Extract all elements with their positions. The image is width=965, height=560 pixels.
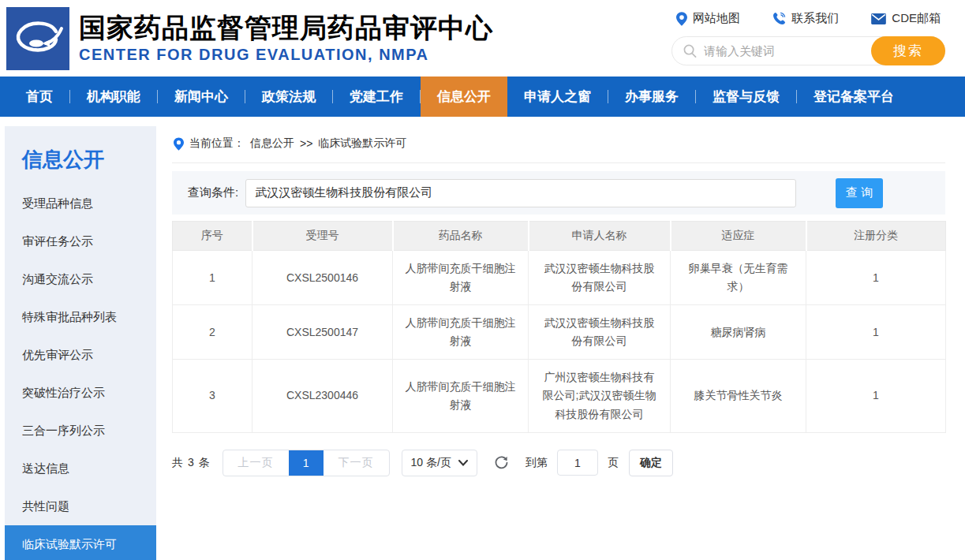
sitemap-label: 网站地图 <box>693 11 740 26</box>
table-row: 1 CXSL2500146 人脐带间充质干细胞注射液 武汉汉密顿生物科技股份有限… <box>173 251 946 305</box>
sidebar-item-clinical-trial-implied-license[interactable]: 临床试验默示许可 <box>5 525 156 560</box>
breadcrumb-prefix: 当前位置： <box>189 136 245 151</box>
mailbox-link[interactable]: CDE邮箱 <box>871 11 941 26</box>
sidebar-title: 信息公开 <box>5 126 156 185</box>
nav-item-applicant-window[interactable]: 申请人之窗 <box>507 77 608 117</box>
goto-page-label: 到第 <box>526 456 548 470</box>
query-input[interactable] <box>245 179 796 207</box>
site-subtitle: CENTER FOR DRUG EVALUATION, NMPA <box>79 46 493 64</box>
sidebar-item-communication[interactable]: 沟通交流公示 <box>5 260 156 298</box>
nav-item-party[interactable]: 党建工作 <box>333 77 420 117</box>
col-header-drug-name: 药品名称 <box>393 222 529 251</box>
nav-item-news[interactable]: 新闻中心 <box>158 77 245 117</box>
brand-block: 国家药品监督管理局药品审评中心 CENTER FOR DRUG EVALUATI… <box>79 13 493 64</box>
page-size-value: 10 条/页 <box>411 456 451 470</box>
cell-registration-class: 1 <box>806 305 946 360</box>
query-label: 查询条件: <box>188 185 238 200</box>
cell-acceptance-no: CXSL2500146 <box>252 251 393 305</box>
cell-applicant: 武汉汉密顿生物科技股份有限公司 <box>529 305 671 360</box>
cell-registration-class: 1 <box>806 360 946 432</box>
next-page-button[interactable]: 下一页 <box>324 450 389 476</box>
sidebar-item-review-tasks[interactable]: 审评任务公示 <box>5 222 156 260</box>
sitemap-link[interactable]: 网站地图 <box>676 11 740 26</box>
cell-index: 2 <box>173 305 252 360</box>
contact-label: 联系我们 <box>791 11 839 26</box>
breadcrumb-section[interactable]: 信息公开 <box>250 136 294 151</box>
table-row: 3 CXSL2300446 人脐带间充质干细胞注射液 广州汉密顿生物科技有限公司… <box>173 360 946 432</box>
cell-acceptance-no: CXSL2300446 <box>252 360 393 432</box>
pagination-total: 共 3 条 <box>172 456 211 470</box>
cell-acceptance-no: CXSL2500147 <box>252 305 393 360</box>
mailbox-label: CDE邮箱 <box>892 11 941 26</box>
cell-applicant: 武汉汉密顿生物科技股份有限公司 <box>529 251 671 305</box>
col-header-indication: 适应症 <box>671 222 806 251</box>
sidebar-item-special-approval[interactable]: 特殊审批品种列表 <box>5 298 156 336</box>
nav-item-home[interactable]: 首页 <box>9 77 69 117</box>
cell-drug-name: 人脐带间充质干细胞注射液 <box>393 360 529 432</box>
sidebar-item-common-issues[interactable]: 共性问题 <box>5 487 156 525</box>
goto-page-input[interactable] <box>557 450 598 476</box>
pagination: 共 3 条 上一页 1 下一页 10 条/页 到第 页 确定 <box>172 450 945 476</box>
current-page-button[interactable]: 1 <box>289 450 324 476</box>
nav-item-info-disclosure[interactable]: 信息公开 <box>421 77 507 117</box>
breadcrumb-current: 临床试验默示许可 <box>318 136 406 151</box>
breadcrumb: 当前位置： 信息公开 >> 临床试验默示许可 <box>172 126 945 163</box>
quick-links: 网站地图 联系我们 CDE邮箱 <box>671 11 945 26</box>
mail-icon <box>871 13 886 24</box>
col-header-index: 序号 <box>173 222 252 251</box>
nav-item-supervision[interactable]: 监督与反馈 <box>696 77 796 117</box>
sidebar-item-breakthrough-therapy[interactable]: 突破性治疗公示 <box>5 374 156 412</box>
cell-indication: 糖尿病肾病 <box>671 305 806 360</box>
cell-applicant: 广州汉密顿生物科技有限公司;武汉汉密顿生物科技股份有限公司 <box>529 360 671 432</box>
confirm-button[interactable]: 确定 <box>629 450 673 476</box>
pagination-group: 上一页 1 下一页 <box>223 450 390 476</box>
sidebar-item-three-in-one[interactable]: 三合一序列公示 <box>5 412 156 450</box>
cell-indication: 膝关节骨性关节炎 <box>671 360 806 432</box>
main-nav: 首页 机构职能 新闻中心 政策法规 党建工作 信息公开 申请人之窗 办事服务 监… <box>0 77 965 117</box>
col-header-acceptance-no: 受理号 <box>252 222 393 251</box>
chevron-down-icon <box>458 460 468 466</box>
page-size-select[interactable]: 10 条/页 <box>402 450 477 476</box>
main-content: 当前位置： 信息公开 >> 临床试验默示许可 查询条件: 查 询 序号 受理号 … <box>172 126 945 476</box>
map-pin-icon <box>676 12 687 26</box>
contact-link[interactable]: 联系我们 <box>772 11 839 26</box>
breadcrumb-separator: >> <box>300 137 312 150</box>
page-body: 信息公开 受理品种信息 审评任务公示 沟通交流公示 特殊审批品种列表 优先审评公… <box>0 117 965 560</box>
col-header-applicant: 申请人名称 <box>529 222 671 251</box>
location-pin-icon <box>174 137 184 151</box>
cell-registration-class: 1 <box>806 251 946 305</box>
sidebar-item-delivery-info[interactable]: 送达信息 <box>5 450 156 487</box>
phone-icon <box>772 12 786 25</box>
search-icon <box>683 44 697 58</box>
query-bar: 查询条件: 查 询 <box>172 171 945 215</box>
site-header: 国家药品监督管理局药品审评中心 CENTER FOR DRUG EVALUATI… <box>0 0 965 77</box>
cell-drug-name: 人脐带间充质干细胞注射液 <box>393 251 529 305</box>
query-button[interactable]: 查 询 <box>836 178 883 208</box>
prev-page-button[interactable]: 上一页 <box>223 450 289 476</box>
cell-index: 1 <box>173 251 252 305</box>
table-header-row: 序号 受理号 药品名称 申请人名称 适应症 注册分类 <box>173 222 946 251</box>
sidebar-item-priority-review[interactable]: 优先审评公示 <box>5 336 156 374</box>
header-right: 网站地图 联系我们 CDE邮箱 <box>671 11 945 65</box>
table-row: 2 CXSL2500147 人脐带间充质干细胞注射液 武汉汉密顿生物科技股份有限… <box>173 305 946 360</box>
goto-page-unit: 页 <box>608 456 619 470</box>
sidebar-item-accepted-varieties[interactable]: 受理品种信息 <box>5 185 156 222</box>
cell-indication: 卵巢早衰（无生育需求） <box>671 251 806 305</box>
refresh-button[interactable] <box>494 455 509 470</box>
search-button[interactable]: 搜索 <box>871 36 945 65</box>
nav-item-functions[interactable]: 机构职能 <box>70 77 157 117</box>
cell-index: 3 <box>173 360 252 432</box>
nav-item-registration-platform[interactable]: 登记备案平台 <box>797 77 911 117</box>
site-title: 国家药品监督管理局药品审评中心 <box>79 13 493 43</box>
nav-item-services[interactable]: 办事服务 <box>608 77 695 117</box>
cde-logo-icon <box>6 7 69 70</box>
cell-drug-name: 人脐带间充质干细胞注射液 <box>393 305 529 360</box>
results-table: 序号 受理号 药品名称 申请人名称 适应症 注册分类 1 CXSL2500146… <box>172 221 946 433</box>
site-search: 搜索 <box>671 36 945 65</box>
refresh-icon <box>494 455 509 470</box>
nav-item-policies[interactable]: 政策法规 <box>245 77 332 117</box>
col-header-registration-class: 注册分类 <box>806 222 946 251</box>
cde-logo[interactable] <box>6 7 69 70</box>
sidebar: 信息公开 受理品种信息 审评任务公示 沟通交流公示 特殊审批品种列表 优先审评公… <box>5 126 156 560</box>
